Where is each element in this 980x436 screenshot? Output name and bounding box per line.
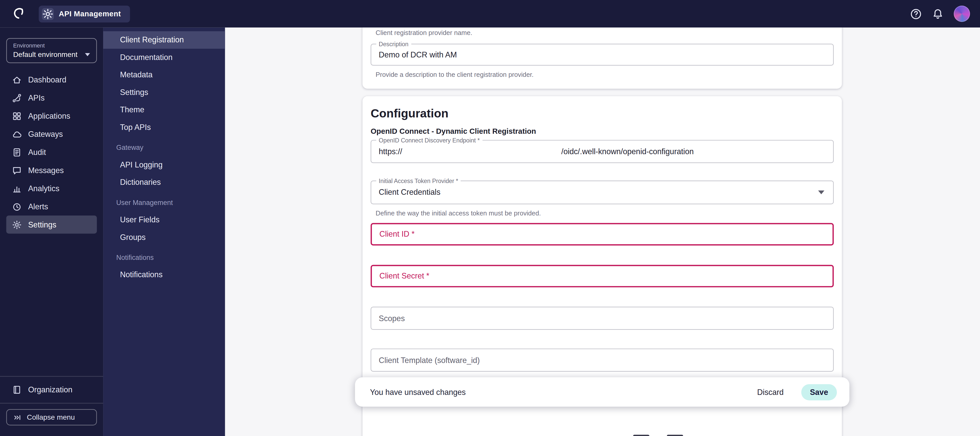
unsaved-changes-banner: You have unsaved changes Discard Save: [355, 377, 850, 407]
subnav-header-user-management: User Management: [103, 196, 225, 208]
environment-selector[interactable]: Environment Default environment: [6, 38, 97, 63]
settings-subnav: Client Registration Documentation Metada…: [103, 27, 225, 436]
discard-button[interactable]: Discard: [749, 384, 791, 400]
alerts-icon: [12, 201, 22, 212]
home-icon: [12, 75, 22, 84]
sidebar-item-gateways[interactable]: Gateways: [6, 125, 97, 143]
settings-icon: [12, 220, 22, 229]
primary-sidebar: Environment Default environment Dashboar…: [0, 27, 103, 436]
discovery-endpoint-prefix: https://: [371, 147, 402, 156]
app-title: API Management: [59, 10, 121, 18]
description-label: Description: [376, 41, 411, 48]
discovery-endpoint-suffix: /oidc/.well-known/openid-configuration: [561, 147, 694, 156]
applications-icon: [12, 111, 22, 121]
subnav-item-client-registration[interactable]: Client Registration: [103, 31, 225, 49]
collapse-menu-button[interactable]: Collapse menu: [6, 409, 97, 425]
environment-label: Environment: [13, 42, 90, 48]
subnav-item-notifications[interactable]: Notifications: [103, 266, 225, 283]
scopes-field[interactable]: Scopes: [371, 307, 834, 330]
token-provider-label: Initial Access Token Provider *: [376, 177, 461, 184]
client-secret-label: Client Secret *: [372, 272, 429, 280]
description-field[interactable]: Description Demo of DCR with AM: [371, 44, 834, 65]
discovery-endpoint-label: OpenID Connect Discovery Endpoint *: [376, 137, 482, 144]
cutoff-content: [633, 435, 834, 436]
collapse-icon: [13, 412, 22, 422]
subnav-item-metadata[interactable]: Metadata: [103, 66, 225, 84]
cutoff-fragment: [633, 435, 649, 436]
client-id-label: Client ID *: [372, 230, 414, 239]
messages-icon: [12, 165, 22, 175]
app-root: API Management Environment Default envir…: [0, 0, 980, 436]
subnav-header-gateway: Gateway: [103, 141, 225, 154]
sidebar-item-audit[interactable]: Audit: [6, 143, 97, 161]
main-content: Client registration provider name. Descr…: [225, 27, 980, 436]
description-helper-text: Provide a description to the client regi…: [371, 71, 834, 79]
user-avatar[interactable]: [954, 6, 970, 22]
chevron-down-icon: [85, 53, 90, 56]
sidebar-item-apis[interactable]: APIs: [6, 89, 97, 107]
subnav-item-groups[interactable]: Groups: [103, 229, 225, 246]
unsaved-changes-message: You have unsaved changes: [370, 388, 750, 396]
help-icon[interactable]: [910, 8, 922, 20]
audit-icon: [12, 147, 22, 157]
gear-icon: [42, 8, 54, 20]
environment-value: Default environment: [13, 51, 77, 58]
save-button[interactable]: Save: [801, 384, 837, 400]
sidebar-item-dashboard[interactable]: Dashboard: [6, 71, 97, 89]
name-helper-text: Client registration provider name.: [371, 27, 834, 36]
subnav-item-user-fields[interactable]: User Fields: [103, 211, 225, 229]
sidebar-item-settings[interactable]: Settings: [6, 215, 97, 234]
cutoff-fragment: [667, 435, 683, 436]
configuration-title: Configuration: [371, 106, 834, 121]
analytics-icon: [12, 183, 22, 193]
notifications-icon[interactable]: [932, 8, 944, 20]
gateways-icon: [12, 129, 22, 139]
chevron-down-icon: [818, 191, 824, 194]
subnav-header-notifications: Notifications: [103, 251, 225, 264]
oidc-dcr-section-title: OpenID Connect - Dynamic Client Registra…: [371, 127, 834, 136]
initial-access-token-provider-select[interactable]: Initial Access Token Provider * Client C…: [371, 180, 834, 204]
divider: [0, 403, 103, 403]
client-id-field[interactable]: Client ID *: [371, 223, 834, 245]
description-value: Demo of DCR with AM: [371, 50, 457, 59]
client-secret-field[interactable]: Client Secret *: [371, 265, 834, 288]
subnav-item-top-apis[interactable]: Top APIs: [103, 119, 225, 136]
sidebar-item-messages[interactable]: Messages: [6, 161, 97, 179]
organization-icon: [12, 385, 22, 395]
client-template-field[interactable]: Client Template (software_id): [371, 348, 834, 372]
gravitee-logo-icon[interactable]: [11, 6, 26, 21]
subnav-item-settings[interactable]: Settings: [103, 84, 225, 101]
scopes-label: Scopes: [371, 314, 405, 323]
content-column: Client registration provider name. Descr…: [363, 27, 842, 436]
sidebar-item-organization[interactable]: Organization: [6, 381, 97, 399]
subnav-item-api-logging[interactable]: API Logging: [103, 156, 225, 174]
general-card: Client registration provider name. Descr…: [363, 27, 842, 89]
subnav-item-documentation[interactable]: Documentation: [103, 49, 225, 66]
client-template-label: Client Template (software_id): [371, 356, 480, 364]
token-provider-value: Client Credentials: [371, 188, 441, 197]
sidebar-nav: Dashboard APIs Applications Gateways: [0, 71, 103, 234]
sidebar-bottom: Organization Collapse menu: [0, 376, 103, 436]
discovery-endpoint-field[interactable]: OpenID Connect Discovery Endpoint * http…: [371, 140, 834, 163]
apis-icon: [12, 93, 22, 103]
api-management-button[interactable]: API Management: [39, 5, 130, 22]
token-provider-helper-text: Define the way the initial access token …: [371, 209, 834, 218]
subnav-item-theme[interactable]: Theme: [103, 101, 225, 119]
sidebar-item-applications[interactable]: Applications: [6, 107, 97, 125]
subnav-item-dictionaries[interactable]: Dictionaries: [103, 173, 225, 191]
sidebar-item-analytics[interactable]: Analytics: [6, 179, 97, 197]
divider: [0, 376, 103, 377]
topbar: API Management: [0, 0, 980, 27]
sidebar-item-alerts[interactable]: Alerts: [6, 197, 97, 215]
